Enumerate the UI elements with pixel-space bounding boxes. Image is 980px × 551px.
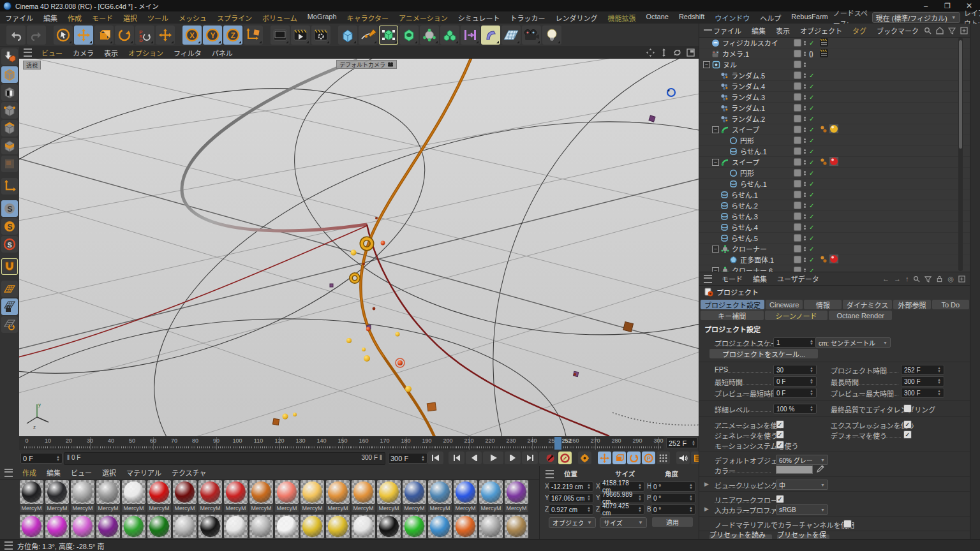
enabled-check[interactable]: ✓ [809, 72, 814, 79]
menu-ファイル[interactable]: ファイル [708, 26, 746, 36]
select-tool-button[interactable] [54, 26, 73, 45]
material-tag-icon[interactable] [829, 124, 838, 135]
move-tool-button[interactable] [74, 26, 93, 45]
visibility-dots[interactable] [804, 235, 806, 241]
coord-field[interactable]: -12.219 cm▲▼ [549, 481, 593, 492]
visibility-dots[interactable] [804, 73, 806, 78]
point-mode-button[interactable] [1, 102, 18, 119]
menu-モード[interactable]: モード [87, 13, 118, 23]
redo-button[interactable] [27, 26, 46, 45]
y-axis-lock-button[interactable]: Y [203, 26, 222, 45]
volume-button[interactable] [440, 26, 459, 45]
range-start-field[interactable]: 0 F▲▼ [20, 453, 63, 464]
material-item[interactable]: MercyM [19, 480, 44, 512]
visibility-dots[interactable] [804, 40, 806, 46]
object-row[interactable]: –クローナー✓ [699, 244, 970, 254]
object-row[interactable]: らせん.1✓ [699, 146, 970, 157]
material-item[interactable]: MercyM [121, 514, 146, 539]
enabled-check[interactable]: ✓ [809, 180, 814, 187]
attr-tab-情報[interactable]: 情報 [804, 300, 841, 309]
menu-MoGraph[interactable]: MoGraph [302, 13, 342, 23]
menu-ビュー[interactable]: ビュー [36, 48, 68, 58]
add-cube-button[interactable] [338, 26, 357, 45]
menu-カメラ[interactable]: カメラ [68, 48, 99, 58]
texture-mode-button[interactable] [1, 84, 18, 101]
expand-toggle[interactable]: – [712, 267, 719, 272]
menu-フィルタ[interactable]: フィルタ [168, 48, 207, 58]
timeline-ruler[interactable]: 0102030405060708090100110120130140150160… [19, 436, 664, 451]
mograph-cache-tag-icon[interactable] [820, 158, 828, 167]
object-row[interactable]: らせん.1✓ [699, 179, 970, 189]
visibility-dots[interactable] [804, 127, 806, 133]
snap-toggle-button[interactable] [1, 258, 18, 275]
expand-toggle[interactable]: – [712, 126, 719, 133]
material-item[interactable]: MercyM [70, 514, 95, 539]
object-row[interactable]: らせん.1✓ [699, 189, 970, 200]
object-row[interactable]: らせん.5✓ [699, 233, 970, 244]
current-frame-cursor[interactable] [554, 437, 561, 450]
visibility-dots[interactable] [804, 51, 806, 57]
material-item[interactable]: MercyM [351, 514, 376, 539]
expand-toggle[interactable]: – [712, 159, 719, 166]
material-item[interactable]: MercyM [274, 480, 299, 512]
visibility-dots[interactable] [804, 214, 806, 219]
menu-トラッカー[interactable]: トラッカー [505, 13, 550, 23]
object-row[interactable]: 円形✓ [699, 135, 970, 146]
material-item[interactable]: MercyM [402, 514, 427, 539]
object-row[interactable]: ランダム.2✓ [699, 114, 970, 124]
sound-button[interactable] [676, 452, 690, 464]
object-row[interactable]: カメラ.1() [699, 48, 970, 59]
layer-toggle[interactable] [794, 93, 801, 101]
keyframe-selection-button[interactable] [578, 452, 591, 464]
om-filter-icon[interactable] [948, 27, 956, 34]
nodespace-dropdown[interactable]: 現在 (標準/フィジカル)▼ [872, 12, 960, 23]
am-back-icon[interactable]: ← [882, 275, 889, 283]
prev-frame-button[interactable] [466, 452, 482, 464]
layer-toggle[interactable] [794, 169, 801, 177]
coord-field[interactable]: 0 °▲▼ [651, 493, 695, 503]
menu-ビュー[interactable]: ビュー [66, 467, 97, 478]
node-material-checkbox[interactable] [843, 520, 852, 528]
enabled-check[interactable]: ✓ [809, 246, 814, 253]
layer-toggle[interactable] [794, 212, 801, 220]
layer-toggle[interactable] [794, 39, 801, 47]
material-item[interactable]: MercyM [45, 514, 70, 539]
om-home-icon[interactable] [936, 27, 944, 34]
material-item[interactable]: MercyM [147, 480, 172, 512]
visibility-dots[interactable] [804, 62, 806, 68]
attr-spin-field[interactable]: 100 %▲▼ [773, 404, 817, 414]
material-item[interactable]: MercyM [198, 480, 223, 512]
expand-toggle[interactable]: – [712, 246, 719, 253]
menu-シミュレート[interactable]: シミュレート [453, 13, 505, 23]
attr-spin-field[interactable]: 0 F▲▼ [773, 376, 817, 386]
render-tag-icon[interactable] [820, 38, 828, 48]
material-item[interactable]: MercyM [504, 480, 529, 512]
layer-toggle[interactable] [794, 71, 801, 79]
color-swatch[interactable] [776, 466, 813, 474]
enabled-check[interactable]: ✓ [809, 256, 814, 263]
default-color-dropdown[interactable]: 60% グレー▼ [776, 455, 828, 465]
menu-ボリューム[interactable]: ボリューム [257, 13, 302, 23]
menu-選択[interactable]: 選択 [97, 467, 121, 478]
visibility-dots[interactable] [804, 149, 806, 154]
attr-tab-シーンノード[interactable]: シーンノード [765, 311, 828, 320]
generator-button[interactable] [399, 26, 419, 45]
light-button[interactable] [542, 26, 561, 45]
layer-toggle[interactable] [794, 245, 801, 253]
menu-編集[interactable]: 編集 [41, 467, 66, 478]
solo-off-button[interactable]: S [1, 200, 18, 217]
coordinates-menu-icon[interactable] [546, 470, 554, 478]
material-tag-icon[interactable] [829, 254, 838, 265]
material-item[interactable]: MercyM [121, 480, 146, 512]
attr-spin-field[interactable]: 30▲▼ [773, 365, 817, 375]
menu-キャラクター[interactable]: キャラクター [342, 13, 394, 23]
toggle-checkbox[interactable]: ✓ [776, 430, 784, 439]
material-item[interactable]: MercyM [96, 514, 121, 539]
last-tool-psr-button[interactable]: PSR [135, 26, 154, 45]
spline-pen-button[interactable] [359, 26, 378, 45]
layer-toggle[interactable] [794, 234, 801, 242]
object-row[interactable]: 円形✓ [699, 168, 970, 179]
coord-field[interactable]: 0 °▲▼ [651, 481, 695, 492]
menu-ファイル[interactable]: ファイル [0, 13, 38, 23]
material-item[interactable]: MercyM [249, 480, 274, 512]
